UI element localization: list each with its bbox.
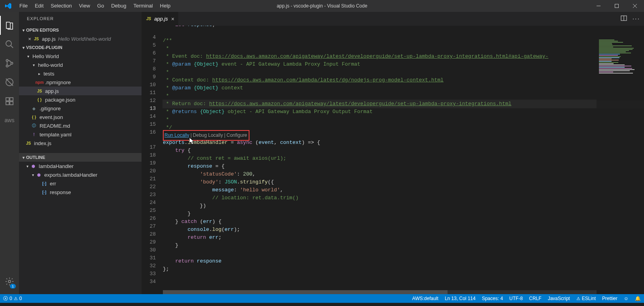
horizontal-scrollbar[interactable]: [163, 290, 597, 294]
svg-line-5: [11, 45, 13, 48]
code-editor[interactable]: 4567891011121314151617181920212223242526…: [142, 26, 644, 294]
tree-item[interactable]: ◈.gitignore: [19, 104, 142, 113]
activity-aws-icon[interactable]: aws: [0, 111, 19, 130]
status-feedback-icon[interactable]: ☺: [621, 294, 632, 303]
outline-item[interactable]: ▾⬢exports.lambdaHandler: [19, 170, 142, 179]
status-prettier[interactable]: Prettier: [599, 294, 621, 303]
tree-item[interactable]: ▸tests: [19, 69, 142, 78]
chevron-down-icon: ▾: [21, 155, 26, 160]
codelens-configure[interactable]: Configure: [227, 131, 247, 139]
menu-file[interactable]: File: [16, 0, 31, 12]
tab-close-icon[interactable]: ×: [171, 16, 174, 22]
title-bar: FileEditSelectionViewGoDebugTerminalHelp…: [0, 0, 644, 12]
editor-area: JS app.js × ··· 456789101112131415161718…: [142, 12, 644, 294]
tab-app-js[interactable]: JS app.js ×: [142, 12, 179, 26]
status-cursor-position[interactable]: Ln 13, Col 114: [442, 294, 479, 303]
svg-point-7: [6, 65, 8, 67]
outline-item[interactable]: [▫]response: [19, 188, 142, 196]
svg-rect-14: [10, 98, 13, 101]
outline-item[interactable]: [▫]err: [19, 179, 142, 188]
tree-item[interactable]: ▾hello-world: [19, 60, 142, 69]
chevron-down-icon: ▾: [25, 164, 30, 168]
sidebar-title: EXPLORER: [19, 12, 142, 26]
tree-item[interactable]: ▾Hello World: [19, 52, 142, 60]
chevron-down-icon: ▾: [21, 45, 26, 50]
svg-point-4: [6, 41, 11, 46]
codelens-run-locally[interactable]: Run Locally: [164, 131, 189, 139]
menu-terminal[interactable]: Terminal: [130, 0, 156, 12]
chevron-down-icon: ▾: [25, 54, 31, 59]
activity-debug-icon[interactable]: [0, 73, 19, 92]
js-file-icon: JS: [25, 140, 32, 146]
svg-rect-13: [10, 102, 13, 105]
outline-header[interactable]: ▾OUTLINE: [19, 153, 142, 162]
menu-go[interactable]: Go: [94, 0, 108, 12]
status-indentation[interactable]: Spaces: 4: [479, 294, 506, 303]
maximize-button[interactable]: [608, 0, 626, 12]
json-file-icon: { }: [36, 96, 43, 103]
vscode-logo-icon: [5, 2, 12, 9]
md-file-icon: ⓘ: [31, 123, 37, 129]
json-file-icon: { }: [31, 114, 37, 120]
split-editor-icon[interactable]: [621, 15, 627, 23]
outline-item[interactable]: ▾⬢lambdaHandler: [19, 162, 142, 170]
svg-point-6: [6, 60, 8, 62]
yaml-file-icon: !: [31, 131, 37, 138]
close-editor-icon[interactable]: ×: [26, 36, 33, 42]
activity-settings-icon[interactable]: 1: [0, 272, 19, 291]
method-icon: ⬢: [36, 172, 42, 178]
status-bar: ⓧ0 ⚠0 AWS:default Ln 13, Col 114 Spaces:…: [0, 294, 644, 303]
tree-item[interactable]: ⓘREADME.md: [19, 121, 142, 130]
scrollbar-thumb[interactable]: [163, 290, 448, 294]
method-icon: ⬢: [30, 163, 36, 169]
warning-icon: ⚠: [576, 296, 580, 301]
menu-edit[interactable]: Edit: [31, 0, 47, 12]
status-problems[interactable]: ⓧ0 ⚠0: [0, 294, 25, 303]
error-icon: ⓧ: [3, 295, 8, 302]
more-actions-icon[interactable]: ···: [633, 15, 640, 23]
status-encoding[interactable]: UTF-8: [506, 294, 526, 303]
code-content[interactable]: let response;/** * * Event doc: https://…: [163, 26, 644, 294]
open-editors-header[interactable]: ▾OPEN EDITORS: [19, 26, 142, 34]
variable-icon: [▫]: [41, 180, 47, 187]
menu-debug[interactable]: Debug: [108, 0, 130, 12]
line-gutter: 4567891011121314151617181920212223242526…: [142, 26, 163, 294]
activity-bar: aws 1: [0, 12, 19, 294]
svg-rect-12: [6, 102, 9, 105]
activity-search-icon[interactable]: [0, 35, 19, 54]
codelens: Run Locally|Debug Locally|Configure: [163, 132, 644, 139]
codelens-debug-locally[interactable]: Debug Locally: [193, 131, 223, 139]
minimap[interactable]: [597, 40, 644, 294]
menu-help[interactable]: Help: [157, 0, 174, 12]
activity-extensions-icon[interactable]: [0, 92, 19, 111]
svg-point-15: [8, 280, 11, 283]
warning-icon: ⚠: [14, 296, 18, 301]
status-language[interactable]: JavaScript: [545, 294, 573, 303]
menu-bar: FileEditSelectionViewGoDebugTerminalHelp: [16, 0, 174, 12]
chevron-down-icon: ▾: [31, 63, 36, 67]
open-editor-item[interactable]: ×JSapp.jsHello World\hello-world: [19, 34, 142, 43]
editor-tabs: JS app.js × ···: [142, 12, 644, 26]
svg-point-8: [11, 62, 13, 64]
gitignore-file-icon: ◈: [31, 105, 37, 111]
workspace-header[interactable]: ▾VSCODE-PLUGIN: [19, 43, 142, 52]
status-aws[interactable]: AWS:default: [409, 294, 442, 303]
menu-selection[interactable]: Selection: [47, 0, 75, 12]
tree-item[interactable]: !template.yaml: [19, 130, 142, 139]
minimize-button[interactable]: [589, 0, 608, 12]
status-eol[interactable]: CRLF: [526, 294, 544, 303]
tree-item[interactable]: { }package.json: [19, 95, 142, 104]
chevron-down-icon: ▾: [21, 28, 26, 32]
chevron-down-icon: ▾: [30, 173, 36, 177]
activity-explorer-icon[interactable]: [0, 16, 19, 35]
chevron-right-icon: ▸: [36, 72, 42, 76]
activity-scm-icon[interactable]: [0, 54, 19, 73]
tree-item[interactable]: JSindex.js: [19, 139, 142, 147]
tree-item[interactable]: JSapp.js: [19, 87, 142, 95]
close-button[interactable]: [626, 0, 644, 12]
tree-item[interactable]: npm.npmignore: [19, 78, 142, 87]
menu-view[interactable]: View: [76, 0, 94, 12]
status-bell-icon[interactable]: 🔔: [632, 294, 644, 303]
status-eslint[interactable]: ⚠ESLint: [573, 294, 599, 303]
tree-item[interactable]: { }event.json: [19, 113, 142, 121]
